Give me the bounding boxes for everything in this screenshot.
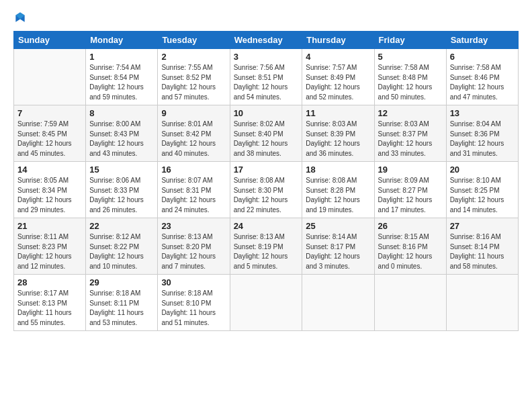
day-number: 4	[306, 52, 370, 62]
calendar-cell: 21Sunrise: 8:11 AM Sunset: 8:23 PM Dayli…	[14, 218, 86, 275]
day-number: 27	[450, 221, 515, 231]
day-info: Sunrise: 8:18 AM Sunset: 8:10 PM Dayligh…	[161, 289, 226, 328]
calendar-cell: 10Sunrise: 8:02 AM Sunset: 8:40 PM Dayli…	[230, 105, 302, 162]
day-number: 24	[234, 221, 299, 231]
day-info: Sunrise: 8:18 AM Sunset: 8:11 PM Dayligh…	[89, 289, 154, 328]
day-info: Sunrise: 8:09 AM Sunset: 8:27 PM Dayligh…	[378, 176, 443, 215]
day-info: Sunrise: 8:00 AM Sunset: 8:43 PM Dayligh…	[89, 120, 154, 158]
day-info: Sunrise: 7:56 AM Sunset: 8:51 PM Dayligh…	[234, 63, 299, 102]
day-number: 9	[161, 108, 226, 118]
day-number: 30	[161, 277, 226, 287]
day-number: 23	[161, 221, 226, 231]
calendar-cell	[302, 275, 374, 331]
weekday-header-wednesday: Wednesday	[230, 32, 302, 49]
day-number: 10	[234, 108, 299, 118]
day-info: Sunrise: 8:17 AM Sunset: 8:13 PM Dayligh…	[17, 289, 82, 328]
calendar-cell: 12Sunrise: 8:03 AM Sunset: 8:37 PM Dayli…	[374, 105, 446, 162]
calendar-cell: 19Sunrise: 8:09 AM Sunset: 8:27 PM Dayli…	[374, 162, 446, 218]
day-number: 25	[306, 221, 370, 231]
calendar-cell: 9Sunrise: 8:01 AM Sunset: 8:42 PM Daylig…	[158, 105, 230, 162]
day-number: 14	[17, 165, 82, 175]
calendar-cell: 27Sunrise: 8:16 AM Sunset: 8:14 PM Dayli…	[446, 218, 518, 275]
calendar-cell: 7Sunrise: 7:59 AM Sunset: 8:45 PM Daylig…	[14, 105, 86, 162]
calendar-cell: 6Sunrise: 7:58 AM Sunset: 8:46 PM Daylig…	[446, 49, 518, 105]
calendar-cell: 4Sunrise: 7:57 AM Sunset: 8:49 PM Daylig…	[302, 49, 374, 105]
day-info: Sunrise: 8:15 AM Sunset: 8:16 PM Dayligh…	[378, 232, 443, 271]
day-number: 3	[234, 52, 299, 62]
calendar-cell: 13Sunrise: 8:04 AM Sunset: 8:36 PM Dayli…	[446, 105, 518, 162]
calendar-cell	[374, 275, 446, 331]
day-info: Sunrise: 8:14 AM Sunset: 8:17 PM Dayligh…	[306, 232, 370, 271]
calendar-cell: 16Sunrise: 8:07 AM Sunset: 8:31 PM Dayli…	[158, 162, 230, 218]
calendar-cell: 2Sunrise: 7:55 AM Sunset: 8:52 PM Daylig…	[158, 49, 230, 105]
weekday-header-saturday: Saturday	[446, 32, 518, 49]
day-number: 8	[89, 108, 154, 118]
day-info: Sunrise: 8:04 AM Sunset: 8:36 PM Dayligh…	[450, 120, 515, 158]
day-info: Sunrise: 8:07 AM Sunset: 8:31 PM Dayligh…	[161, 176, 226, 215]
day-info: Sunrise: 8:12 AM Sunset: 8:22 PM Dayligh…	[89, 232, 154, 271]
weekday-header-sunday: Sunday	[14, 32, 86, 49]
day-info: Sunrise: 7:57 AM Sunset: 8:49 PM Dayligh…	[306, 63, 370, 102]
calendar-cell: 15Sunrise: 8:06 AM Sunset: 8:33 PM Dayli…	[86, 162, 158, 218]
day-number: 29	[89, 277, 154, 287]
day-info: Sunrise: 8:13 AM Sunset: 8:19 PM Dayligh…	[234, 232, 299, 271]
day-number: 5	[378, 52, 443, 62]
calendar-cell: 14Sunrise: 8:05 AM Sunset: 8:34 PM Dayli…	[14, 162, 86, 218]
day-number: 7	[17, 108, 82, 118]
day-number: 21	[17, 221, 82, 231]
day-info: Sunrise: 7:55 AM Sunset: 8:52 PM Dayligh…	[161, 63, 226, 102]
day-number: 11	[306, 108, 370, 118]
calendar-cell: 17Sunrise: 8:08 AM Sunset: 8:30 PM Dayli…	[230, 162, 302, 218]
day-info: Sunrise: 8:05 AM Sunset: 8:34 PM Dayligh…	[17, 176, 82, 215]
calendar-cell: 29Sunrise: 8:18 AM Sunset: 8:11 PM Dayli…	[86, 275, 158, 331]
day-info: Sunrise: 8:01 AM Sunset: 8:42 PM Dayligh…	[161, 120, 226, 158]
calendar-cell: 22Sunrise: 8:12 AM Sunset: 8:22 PM Dayli…	[86, 218, 158, 275]
day-info: Sunrise: 8:03 AM Sunset: 8:37 PM Dayligh…	[378, 120, 443, 158]
logo	[13, 11, 28, 24]
day-info: Sunrise: 8:08 AM Sunset: 8:30 PM Dayligh…	[234, 176, 299, 215]
day-number: 6	[450, 52, 515, 62]
day-number: 22	[89, 221, 154, 231]
calendar-cell: 18Sunrise: 8:08 AM Sunset: 8:28 PM Dayli…	[302, 162, 374, 218]
day-info: Sunrise: 8:03 AM Sunset: 8:39 PM Dayligh…	[306, 120, 370, 158]
calendar-cell: 25Sunrise: 8:14 AM Sunset: 8:17 PM Dayli…	[302, 218, 374, 275]
day-number: 15	[89, 165, 154, 175]
calendar-cell: 1Sunrise: 7:54 AM Sunset: 8:54 PM Daylig…	[86, 49, 158, 105]
day-info: Sunrise: 8:16 AM Sunset: 8:14 PM Dayligh…	[450, 232, 515, 271]
day-number: 2	[161, 52, 226, 62]
calendar-cell: 5Sunrise: 7:58 AM Sunset: 8:48 PM Daylig…	[374, 49, 446, 105]
weekday-header-tuesday: Tuesday	[158, 32, 230, 49]
day-info: Sunrise: 8:11 AM Sunset: 8:23 PM Dayligh…	[17, 232, 82, 271]
day-info: Sunrise: 8:10 AM Sunset: 8:25 PM Dayligh…	[450, 176, 515, 215]
day-number: 18	[306, 165, 370, 175]
calendar-cell: 3Sunrise: 7:56 AM Sunset: 8:51 PM Daylig…	[230, 49, 302, 105]
calendar-table: SundayMondayTuesdayWednesdayThursdayFrid…	[13, 31, 519, 331]
day-info: Sunrise: 8:02 AM Sunset: 8:40 PM Dayligh…	[234, 120, 299, 158]
day-info: Sunrise: 7:58 AM Sunset: 8:46 PM Dayligh…	[450, 63, 515, 102]
day-number: 20	[450, 165, 515, 175]
calendar-cell: 8Sunrise: 8:00 AM Sunset: 8:43 PM Daylig…	[86, 105, 158, 162]
calendar-cell: 11Sunrise: 8:03 AM Sunset: 8:39 PM Dayli…	[302, 105, 374, 162]
calendar-cell: 30Sunrise: 8:18 AM Sunset: 8:10 PM Dayli…	[158, 275, 230, 331]
day-number: 16	[161, 165, 226, 175]
calendar-cell	[230, 275, 302, 331]
weekday-header-monday: Monday	[86, 32, 158, 49]
day-number: 13	[450, 108, 515, 118]
day-number: 26	[378, 221, 443, 231]
day-info: Sunrise: 8:06 AM Sunset: 8:33 PM Dayligh…	[89, 176, 154, 215]
day-number: 12	[378, 108, 443, 118]
day-info: Sunrise: 8:08 AM Sunset: 8:28 PM Dayligh…	[306, 176, 370, 215]
weekday-header-thursday: Thursday	[302, 32, 374, 49]
calendar-cell: 26Sunrise: 8:15 AM Sunset: 8:16 PM Dayli…	[374, 218, 446, 275]
day-number: 28	[17, 277, 82, 287]
weekday-header-friday: Friday	[374, 32, 446, 49]
calendar-cell: 20Sunrise: 8:10 AM Sunset: 8:25 PM Dayli…	[446, 162, 518, 218]
calendar-cell: 23Sunrise: 8:13 AM Sunset: 8:20 PM Dayli…	[158, 218, 230, 275]
calendar-cell: 24Sunrise: 8:13 AM Sunset: 8:19 PM Dayli…	[230, 218, 302, 275]
day-info: Sunrise: 7:54 AM Sunset: 8:54 PM Dayligh…	[89, 63, 154, 102]
day-info: Sunrise: 8:13 AM Sunset: 8:20 PM Dayligh…	[161, 232, 226, 271]
calendar-cell	[14, 49, 86, 105]
calendar-cell	[446, 275, 518, 331]
day-number: 1	[89, 52, 154, 62]
day-info: Sunrise: 7:58 AM Sunset: 8:48 PM Dayligh…	[378, 63, 443, 102]
